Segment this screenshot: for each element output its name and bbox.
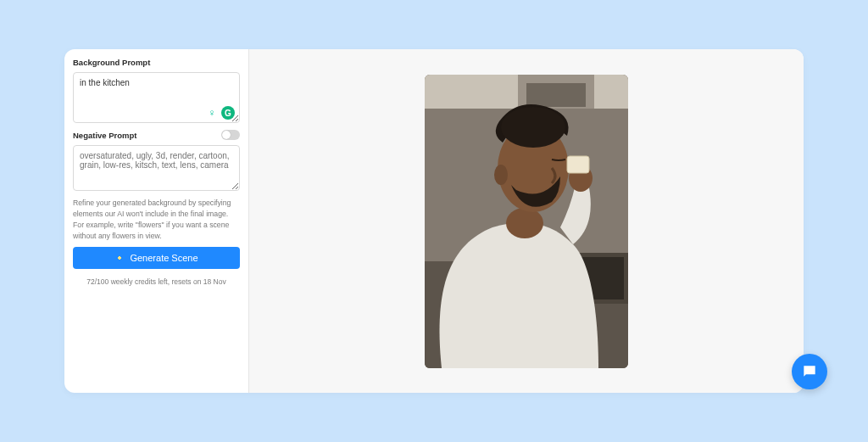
preview-canvas [249, 49, 804, 393]
negative-prompt-header: Negative Prompt [73, 130, 240, 140]
chat-icon [801, 363, 818, 380]
suggestion-icon[interactable]: ♀ [206, 107, 218, 119]
textarea-assist-icons: ♀ G [206, 106, 235, 120]
svg-rect-3 [526, 83, 586, 107]
background-prompt-field: ♀ G [73, 72, 240, 125]
svg-point-7 [506, 208, 543, 238]
negative-prompt-textarea[interactable] [73, 145, 240, 191]
svg-rect-12 [567, 156, 589, 173]
negative-prompt-toggle[interactable] [221, 130, 240, 140]
sidebar: Background Prompt ♀ G Negative Prompt Re… [64, 49, 249, 393]
negative-prompt-help: Refine your generated background by spec… [73, 198, 240, 242]
credits-remaining: 72/100 weekly credits left, resets on 18… [73, 277, 240, 286]
svg-point-10 [494, 165, 508, 185]
grammarly-icon[interactable]: G [221, 106, 235, 120]
sparkle-icon [114, 253, 125, 263]
generated-image-preview[interactable] [425, 75, 628, 368]
svg-point-9 [501, 107, 565, 148]
negative-prompt-field [73, 145, 240, 193]
negative-prompt-label: Negative Prompt [73, 131, 137, 140]
background-prompt-label: Background Prompt [73, 58, 240, 67]
app-card: Background Prompt ♀ G Negative Prompt Re… [64, 49, 804, 393]
generate-scene-label: Generate Scene [130, 253, 198, 263]
chat-support-button[interactable] [792, 354, 827, 389]
generate-scene-button[interactable]: Generate Scene [73, 247, 240, 269]
